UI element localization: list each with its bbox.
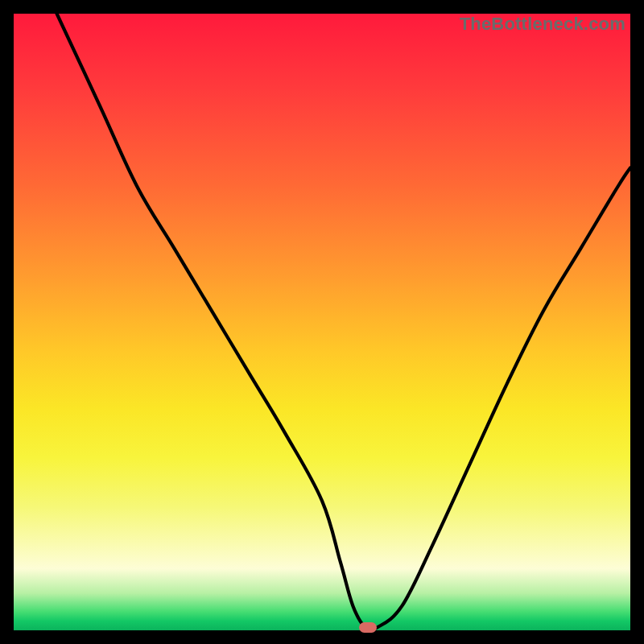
bottleneck-curve	[14, 14, 630, 630]
optimum-marker	[359, 622, 377, 633]
plot-area: TheBottleneck.com	[14, 14, 630, 630]
curve-path	[57, 14, 630, 630]
chart-frame: TheBottleneck.com	[0, 0, 644, 644]
